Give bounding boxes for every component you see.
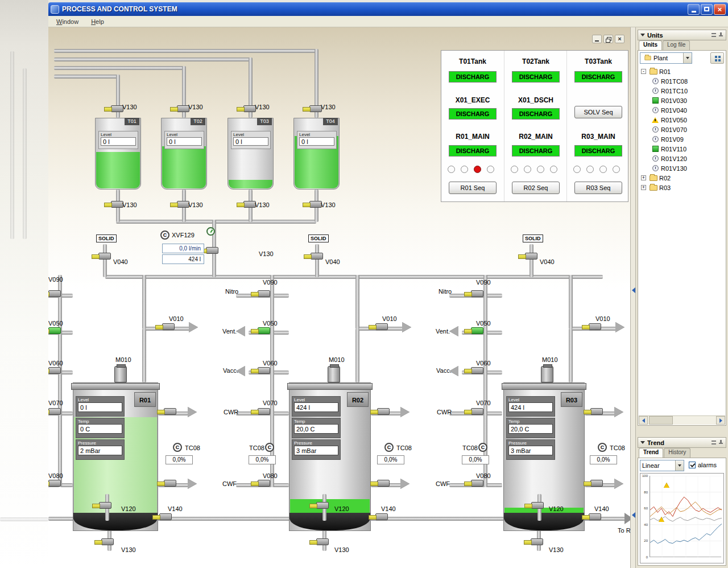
motor-icon[interactable]	[114, 366, 127, 382]
collapse-arrow-icon[interactable]	[640, 34, 645, 36]
valve-icon[interactable]	[48, 408, 61, 415]
grid-view-button[interactable]	[710, 52, 724, 64]
tree-item-R03[interactable]: +R03	[639, 183, 725, 192]
valve-icon[interactable]	[258, 327, 270, 334]
temperature-controller-icon[interactable]: C	[478, 443, 487, 452]
temperature-controller-icon[interactable]: C	[173, 443, 182, 452]
valve-icon[interactable]	[311, 253, 323, 260]
child-minimize-button[interactable]	[592, 35, 602, 43]
valve-icon[interactable]	[48, 480, 61, 487]
reactor-R02[interactable]: R02 Level 424 l Temp 20,0 C Pressure 3 m…	[289, 382, 371, 531]
tank-T03[interactable]: T03 Level 0 l	[228, 118, 274, 190]
valve-icon[interactable]	[206, 247, 218, 254]
scale-combobox[interactable]: Linear	[640, 460, 684, 471]
tree-item-R01TC08[interactable]: R01TC08	[639, 76, 725, 86]
valve-icon[interactable]	[162, 323, 175, 330]
valve-icon[interactable]	[377, 408, 390, 415]
expand-icon[interactable]: +	[641, 175, 646, 180]
vertical-scrollbar[interactable]	[630, 27, 636, 568]
motor-icon[interactable]	[328, 366, 340, 382]
valve-icon[interactable]	[258, 408, 270, 415]
reactor-R01[interactable]: R01 Level 0 l Temp 0 C Pressure 2 mBar	[73, 382, 158, 531]
valve-icon[interactable]	[590, 480, 603, 487]
tree-item-R02[interactable]: +R02	[639, 173, 725, 183]
tree-item-R01V030[interactable]: R01V030	[639, 96, 725, 105]
valve-icon[interactable]	[471, 327, 483, 334]
tab-history[interactable]: History	[664, 448, 690, 458]
valve-icon[interactable]	[48, 367, 61, 374]
valve-icon[interactable]	[375, 513, 388, 520]
valve-icon[interactable]	[99, 502, 111, 509]
valve-icon[interactable]	[48, 290, 61, 297]
valve-icon[interactable]	[164, 480, 176, 487]
tab-trend[interactable]: Trend	[639, 448, 663, 458]
menu-icon[interactable]	[712, 441, 716, 444]
tree-item-R01V09[interactable]: R01V09	[639, 134, 725, 144]
scrollbar-thumb[interactable]	[649, 416, 673, 425]
temperature-controller-icon[interactable]: C	[598, 443, 607, 452]
valve-icon[interactable]	[377, 480, 390, 487]
valve-icon[interactable]	[111, 105, 123, 112]
solv-seq-button[interactable]: SOLV Seq	[574, 106, 622, 118]
horizontal-scrollbar[interactable]	[639, 415, 725, 425]
valve-icon[interactable]	[48, 327, 61, 334]
valve-icon[interactable]	[258, 290, 270, 297]
tank-T04[interactable]: T04 Level 0 l	[293, 118, 340, 190]
scroll-left-button[interactable]	[639, 416, 648, 425]
expand-icon[interactable]: +	[641, 185, 646, 190]
tree-item-R01V120[interactable]: R01V120	[639, 154, 725, 163]
valve-icon[interactable]	[525, 253, 537, 260]
valve-icon[interactable]	[471, 290, 483, 297]
tree-item-R01[interactable]: -R01	[639, 67, 725, 76]
tree-item-R01V070[interactable]: R01V070	[639, 125, 725, 134]
valve-icon[interactable]	[243, 105, 256, 112]
valve-icon[interactable]	[316, 502, 329, 509]
motor-icon[interactable]	[541, 366, 553, 382]
valve-icon[interactable]	[589, 513, 601, 520]
valve-icon[interactable]	[258, 367, 270, 374]
tab-units[interactable]: Units	[639, 40, 662, 50]
collapse-icon[interactable]: -	[641, 69, 646, 74]
maximize-button[interactable]	[701, 4, 713, 15]
child-restore-button[interactable]	[603, 35, 613, 43]
valve-icon[interactable]	[316, 538, 329, 545]
tree-item-R01V040[interactable]: R01V040	[639, 105, 725, 115]
valve-icon[interactable]	[375, 323, 388, 330]
tank-T02[interactable]: T02 Level 0 l	[161, 118, 207, 190]
r01-seq-button[interactable]: R01 Seq	[449, 182, 497, 194]
tank-T01[interactable]: T01 Level 0 l	[95, 118, 141, 190]
splitter-collapse-icon[interactable]	[632, 287, 635, 293]
tree-item-R01TC10[interactable]: R01TC10	[639, 86, 725, 96]
tree-item-R01V110[interactable]: R01V110	[639, 144, 725, 154]
menu-icon[interactable]	[712, 33, 716, 37]
scroll-right-button[interactable]	[716, 416, 725, 425]
menu-window[interactable]: Window	[56, 18, 78, 25]
tree-item-R01V050[interactable]: R01V050	[639, 115, 725, 125]
valve-icon[interactable]	[101, 538, 114, 545]
valve-icon[interactable]	[243, 201, 256, 208]
temperature-controller-icon[interactable]: C	[384, 443, 394, 452]
plant-combobox[interactable]: Plant	[640, 52, 692, 64]
r02-seq-button[interactable]: R02 Seq	[512, 182, 560, 194]
valve-icon[interactable]	[177, 105, 189, 112]
tab-log-file[interactable]: Log file	[663, 40, 690, 50]
valve-icon[interactable]	[471, 408, 483, 415]
pin-icon[interactable]	[718, 32, 723, 38]
tree-item-R01V130[interactable]: R01V130	[639, 163, 725, 173]
valve-icon[interactable]	[471, 367, 483, 374]
child-close-button[interactable]: ×	[615, 35, 624, 43]
alarms-checkbox[interactable]	[689, 462, 696, 468]
dropdown-button[interactable]	[683, 53, 692, 63]
valve-icon[interactable]	[258, 480, 270, 487]
collapse-arrow-icon[interactable]	[640, 441, 645, 444]
controller-circle-icon[interactable]: C	[160, 231, 169, 240]
valve-icon[interactable]	[309, 201, 322, 208]
valve-icon[interactable]	[164, 408, 176, 415]
temperature-controller-icon[interactable]: C	[265, 443, 274, 452]
valve-icon[interactable]	[111, 201, 123, 208]
valve-icon[interactable]	[590, 408, 603, 415]
r03-seq-button[interactable]: R03 Seq	[574, 182, 622, 194]
pin-icon[interactable]	[718, 440, 723, 445]
valve-icon[interactable]	[98, 253, 111, 260]
close-button[interactable]: ×	[714, 4, 726, 15]
